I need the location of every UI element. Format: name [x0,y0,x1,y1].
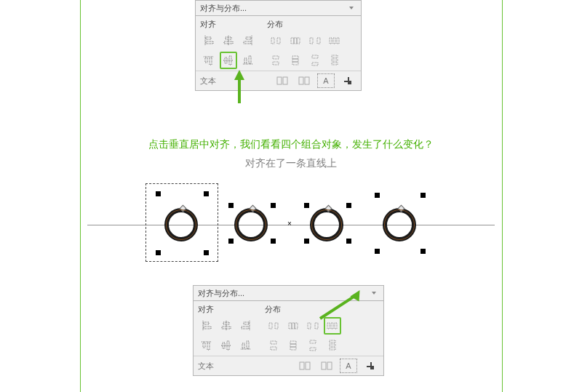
svg-rect-16 [244,58,247,63]
svg-rect-78 [330,340,335,343]
dist-center-h-icon[interactable] [287,32,304,49]
dist-center-h-icon[interactable] [284,317,302,335]
dist-center-v-icon[interactable] [284,337,302,354]
svg-rect-80 [330,348,335,350]
svg-rect-72 [271,347,276,350]
svg-rect-32 [292,62,298,65]
align-left-icon[interactable] [198,317,215,335]
panel-titlebar[interactable]: 对齐与分布... [196,1,361,16]
dist-left-icon[interactable] [265,317,282,335]
svg-rect-25 [330,38,332,44]
align-bottom-icon[interactable] [237,337,255,354]
selection-handle[interactable] [271,203,276,208]
selection-handle[interactable] [375,249,380,254]
selection-handle[interactable] [271,239,276,244]
svg-rect-79 [330,344,335,346]
align-top-icon[interactable] [200,52,218,69]
svg-rect-57 [227,341,229,350]
footer-outline-b-icon[interactable] [295,73,313,88]
content-border-left [80,0,81,392]
selection-handle[interactable] [420,193,426,198]
footer-corner-icon[interactable] [339,73,356,88]
selection-handle[interactable] [346,239,351,244]
dist-left-icon[interactable] [267,32,284,49]
svg-rect-40 [299,77,303,84]
svg-rect-84 [327,362,332,369]
svg-rect-22 [297,38,300,44]
footer-outline-a-icon[interactable] [296,359,314,373]
footer-text-label: 文本 [198,361,214,372]
node-handle[interactable] [325,205,332,212]
svg-rect-47 [223,322,229,324]
dist-bottom-icon[interactable] [306,52,324,69]
dist-right-icon[interactable] [306,32,324,49]
selection-handle[interactable] [346,203,351,208]
svg-rect-2 [206,41,213,44]
svg-rect-54 [207,343,210,350]
dist-spacing-v-icon[interactable] [324,337,341,354]
panel-flyout-icon[interactable] [346,3,356,13]
selection-handle[interactable] [204,250,209,255]
node-handle[interactable] [398,205,405,212]
svg-rect-21 [294,38,297,44]
selection-handle[interactable] [156,250,161,255]
svg-rect-67 [315,323,318,329]
align-left-icon[interactable] [200,32,218,49]
dist-top-icon[interactable] [265,337,282,354]
selection-handle[interactable] [304,239,309,244]
footer-text-A-icon[interactable]: A [340,359,357,373]
dist-center-v-icon[interactable] [287,52,304,69]
align-right-icon[interactable] [239,32,257,49]
footer-text-A-icon[interactable]: A [317,73,335,88]
align-group-label: 对齐 [200,19,257,29]
dist-top-icon[interactable] [267,52,284,69]
svg-rect-13 [225,57,227,63]
selection-handle[interactable] [420,249,426,254]
svg-rect-76 [310,340,316,343]
footer-outline-b-icon[interactable] [318,359,335,373]
svg-rect-27 [337,38,339,44]
svg-rect-42 [348,81,351,84]
dist-bottom-icon[interactable] [304,337,322,354]
distribute-group-label: 分布 [267,19,343,29]
selection-handle[interactable] [228,239,234,244]
footer-corner-icon[interactable] [362,359,379,373]
ring-object-3[interactable] [310,208,343,241]
node-handle[interactable] [250,205,257,212]
ring-object-2[interactable] [234,208,268,241]
svg-rect-85 [370,366,374,369]
align-center-h-icon[interactable] [218,317,235,335]
selection-handle[interactable] [204,191,209,196]
dist-spacing-h-icon[interactable] [326,32,343,49]
svg-rect-37 [332,63,338,65]
ring-object-1[interactable] [164,208,198,241]
align-center-h-icon[interactable] [220,32,237,49]
selection-center-mark: × [287,220,292,228]
selection-handle[interactable] [156,191,161,196]
align-bottom-icon[interactable] [239,52,257,69]
svg-rect-10 [205,57,207,63]
align-center-v-icon[interactable] [220,52,237,69]
dist-right-icon[interactable] [304,317,322,335]
ring-object-4[interactable] [383,208,416,241]
footer-outline-a-icon[interactable] [274,73,291,88]
align-right-icon[interactable] [237,317,255,335]
svg-rect-83 [322,362,326,369]
selection-handle[interactable] [375,193,380,198]
svg-rect-50 [244,322,249,324]
dist-spacing-v-icon[interactable] [326,52,343,69]
content-border-right [502,0,503,392]
align-top-icon[interactable] [198,337,215,354]
selection-handle[interactable] [304,203,309,208]
align-center-v-icon[interactable] [218,337,235,354]
svg-rect-31 [292,59,298,62]
svg-rect-28 [273,56,279,59]
svg-rect-64 [292,323,295,329]
svg-rect-66 [308,323,311,329]
svg-rect-75 [290,347,296,350]
selection-handle[interactable] [228,203,234,208]
caption-line-1: 点击垂直居中对齐，我们看看四个组合对象，发生了什么变化？ [0,138,582,151]
svg-rect-48 [222,327,231,329]
svg-rect-26 [333,38,335,44]
svg-rect-7 [246,37,251,39]
